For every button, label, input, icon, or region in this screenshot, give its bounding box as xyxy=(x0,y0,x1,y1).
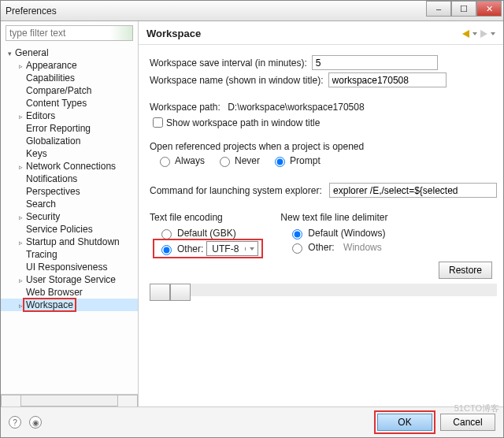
forward-menu-icon[interactable] xyxy=(491,32,495,35)
title-bar: Preferences – ☐ ✕ xyxy=(1,1,503,21)
delimiter-default-option[interactable]: Default (Windows) xyxy=(285,226,388,240)
chevron-right-icon xyxy=(17,100,24,108)
chevron-right-icon xyxy=(17,251,24,259)
chevron-right-icon xyxy=(17,264,24,272)
chevron-right-icon xyxy=(17,201,24,209)
chevron-right-icon: ▹ xyxy=(17,239,24,247)
open-ref-radio[interactable] xyxy=(220,157,230,167)
encoding-other-option[interactable]: Other: UTF-8 xyxy=(154,240,261,257)
ws-path-value: D:\workspace\workspace170508 xyxy=(228,102,364,113)
chevron-right-icon: ▹ xyxy=(17,277,24,284)
ws-path-label: Workspace path: xyxy=(150,102,220,113)
open-ref-option[interactable]: Never xyxy=(216,154,260,167)
maximize-button[interactable]: ☐ xyxy=(451,1,476,17)
record-icon[interactable]: ◉ xyxy=(29,416,42,429)
delimiter-other-radio[interactable] xyxy=(292,243,302,254)
encoding-default-option[interactable]: Default (GBK) xyxy=(154,226,261,240)
chevron-right-icon xyxy=(17,289,24,297)
chevron-right-icon xyxy=(17,150,24,158)
open-ref-title: Open referenced projects when a project … xyxy=(150,141,497,152)
open-ref-radio[interactable] xyxy=(275,157,285,167)
tree-item[interactable]: Perspectives xyxy=(1,185,138,198)
open-ref-radio[interactable] xyxy=(160,157,170,167)
delimiter-title: New text file line delimiter xyxy=(280,212,388,223)
open-ref-option[interactable]: Prompt xyxy=(271,154,321,167)
ws-name-input[interactable] xyxy=(328,72,447,87)
tree-item[interactable]: Service Policies xyxy=(1,223,138,236)
sidebar: ▾General ▹Appearance Capabilities Compar… xyxy=(1,21,139,406)
tree-item[interactable]: Compare/Patch xyxy=(1,84,138,97)
cancel-button[interactable]: Cancel xyxy=(440,414,495,431)
minimize-button[interactable]: – xyxy=(426,1,451,17)
content-scrollbar[interactable] xyxy=(150,284,497,296)
page-title: Workspace xyxy=(146,28,462,39)
chevron-right-icon: ▹ xyxy=(17,163,24,171)
tree-item[interactable]: ▹Security xyxy=(1,210,138,223)
show-path-checkbox[interactable] xyxy=(153,117,163,128)
preferences-tree[interactable]: ▾General ▹Appearance Capabilities Compar… xyxy=(1,45,138,394)
tree-item[interactable]: Web Browser xyxy=(1,286,138,299)
sidebar-scrollbar[interactable] xyxy=(1,394,138,406)
tree-item[interactable]: Error Reporting xyxy=(1,122,138,135)
chevron-right-icon: ▹ xyxy=(17,113,24,121)
encoding-combo[interactable]: UTF-8 xyxy=(206,241,258,256)
chevron-right-icon: ▹ xyxy=(17,302,24,310)
tree-item[interactable]: UI Responsiveness xyxy=(1,261,138,273)
tree-item[interactable]: Notifications xyxy=(1,173,138,185)
forward-icon[interactable] xyxy=(480,30,487,38)
filter-input[interactable] xyxy=(6,25,133,41)
tree-item[interactable]: Capabilities xyxy=(1,72,138,84)
tree-item[interactable]: Keys xyxy=(1,147,138,160)
chevron-right-icon xyxy=(17,226,24,234)
explorer-input[interactable] xyxy=(329,183,497,198)
chevron-right-icon xyxy=(17,125,24,133)
button-bar: ? ◉ OK Cancel xyxy=(1,406,503,437)
save-interval-input[interactable] xyxy=(312,55,438,70)
watermark: 51CTO博客 xyxy=(454,403,499,414)
save-interval-label: Workspace save interval (in minutes): xyxy=(150,58,307,69)
tree-item[interactable]: Content Types xyxy=(1,97,138,110)
chevron-right-icon: ▹ xyxy=(17,62,24,70)
delimiter-other-option[interactable]: Other: Windows xyxy=(285,240,388,254)
window-title: Preferences xyxy=(6,6,57,17)
chevron-right-icon xyxy=(17,75,24,83)
tree-item[interactable]: Tracing xyxy=(1,248,138,261)
chevron-right-icon xyxy=(17,138,24,146)
tree-item[interactable]: ▹User Storage Service xyxy=(1,273,138,286)
tree-item[interactable]: Globalization xyxy=(1,135,138,147)
chevron-right-icon: ▹ xyxy=(17,213,24,221)
tree-item[interactable]: ▹Network Connections xyxy=(1,160,138,173)
chevron-right-icon xyxy=(17,188,24,196)
explorer-label: Command for launching system explorer: xyxy=(150,185,322,196)
ws-name-label: Workspace name (shown in window title): xyxy=(150,75,324,86)
tree-item[interactable]: ▹Appearance xyxy=(1,59,138,72)
tree-item[interactable]: ▹Workspace xyxy=(1,299,138,311)
chevron-down-icon: ▾ xyxy=(6,50,13,58)
chevron-down-icon xyxy=(245,247,258,251)
chevron-right-icon xyxy=(17,176,24,184)
encoding-other-radio[interactable] xyxy=(161,245,172,255)
tree-item[interactable]: ▹Startup and Shutdown xyxy=(1,236,138,248)
back-menu-icon[interactable] xyxy=(472,32,477,35)
encoding-default-radio[interactable] xyxy=(161,229,172,239)
show-path-label: Show workspace path in window title xyxy=(166,117,320,128)
help-icon[interactable]: ? xyxy=(9,416,21,429)
tree-item[interactable]: Search xyxy=(1,198,138,210)
restore-button[interactable]: Restore xyxy=(439,262,492,279)
delimiter-default-radio[interactable] xyxy=(292,229,302,239)
ok-button[interactable]: OK xyxy=(377,414,432,431)
open-ref-option[interactable]: Always xyxy=(156,154,205,167)
page-content: Workspace save interval (in minutes): Wo… xyxy=(139,45,503,406)
close-button[interactable]: ✕ xyxy=(476,1,502,17)
tree-item[interactable]: ▹Editors xyxy=(1,110,138,122)
back-icon[interactable] xyxy=(462,30,469,38)
tree-item-general[interactable]: ▾General xyxy=(1,46,138,59)
chevron-right-icon xyxy=(17,87,24,95)
encoding-title: Text file encoding xyxy=(150,212,261,223)
